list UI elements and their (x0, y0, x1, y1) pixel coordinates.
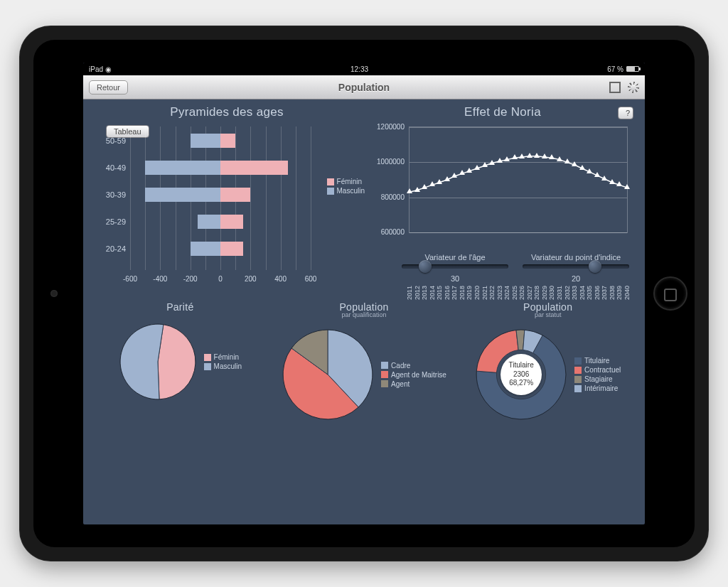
line-xlabel: 2013 (421, 236, 428, 300)
wifi-icon: ◉ (105, 65, 112, 73)
screen: iPad ◉ 12:33 67 % Retour Population Pyra… (83, 63, 645, 524)
noria-plot (409, 126, 628, 233)
gear-icon[interactable] (628, 82, 639, 93)
back-button[interactable]: Retour (89, 80, 128, 95)
line-xlabel: 2023 (496, 236, 503, 300)
status-bar: iPad ◉ 12:33 67 % (83, 63, 645, 75)
line-xlabel: 2028 (533, 236, 540, 300)
pyr-xlabel: -200 (183, 275, 198, 283)
qualif-sub: par qualification (339, 311, 388, 318)
status-clock: 12:33 (350, 65, 368, 73)
pyr-xlabel: 0 (218, 275, 223, 283)
line-xlabel: 2038 (609, 236, 616, 300)
line-xlabel: 2021 (481, 236, 488, 300)
legend-feminin: Féminin (337, 178, 363, 185)
pyr-xlabel: 600 (305, 275, 317, 283)
line-xlabel: 2016 (444, 236, 451, 300)
panel-pyramid: Pyramides des ages Tableau Féminin Mascu… (92, 105, 362, 290)
legend-item: Agent (381, 380, 446, 388)
parite-title: Parité (166, 301, 193, 313)
line-xlabel: 2011 (406, 236, 413, 300)
callout-label: Titulaire (500, 361, 542, 370)
row-pies: Parité Féminin Masculin Population par q… (92, 301, 636, 421)
noria-title: Effet de Noria (369, 105, 636, 119)
pyr-xlabel: 200 (245, 275, 257, 283)
status-right: 67 % (607, 65, 639, 73)
pyr-xlabel: -600 (123, 275, 137, 283)
line-ylabel: 1200000 (369, 123, 405, 131)
line-xlabel: 2014 (429, 236, 436, 300)
legend-m: Masculin (214, 362, 242, 370)
line-xlabel: 2030 (548, 236, 555, 300)
line-xlabel: 2040 (623, 236, 631, 300)
panel-noria: Effet de Noria ? Variateur de l'âge 30 (369, 105, 636, 297)
status-left: iPad ◉ (89, 65, 112, 73)
line-xlabel: 2017 (451, 236, 458, 300)
fullscreen-icon[interactable] (609, 82, 621, 93)
panel-parite: Parité Féminin Masculin (92, 301, 269, 421)
statut-callout: Titulaire 2306 68,27% (500, 354, 542, 395)
panel-statut: Population par statut Titulaire 2306 68,… (459, 301, 636, 421)
pie-qualif (282, 328, 374, 421)
pyr-ylabel: 25-29 (92, 217, 126, 226)
pyr-ylabel: 50-59 (92, 136, 126, 145)
line-xlabel: 2015 (436, 236, 443, 300)
legend-item: Intérimaire (574, 384, 621, 392)
panel-qualif: Population par qualification CadreAgent … (276, 301, 453, 421)
pyr-xlabel: 400 (274, 275, 287, 283)
line-xlabel: 2031 (556, 236, 563, 300)
line-xlabel: 2019 (466, 236, 473, 300)
legend-item: Cadre (381, 362, 446, 370)
pyramid-legend: Féminin Masculin (327, 176, 365, 196)
line-xlabel: 2026 (518, 236, 525, 300)
line-xlabel: 2012 (414, 236, 421, 300)
pyr-xlabel: -400 (153, 275, 167, 283)
pyr-ylabel: 20-24 (92, 244, 126, 253)
line-xlabel: 2025 (511, 236, 518, 300)
battery-icon (626, 66, 639, 72)
legend-f: Féminin (214, 353, 240, 361)
line-xlabel: 2037 (601, 236, 608, 300)
pyramid-plot (130, 126, 311, 270)
line-xlabel: 2020 (473, 236, 481, 300)
callout-count: 2306 (500, 370, 542, 379)
qualif-legend: CadreAgent de MaitriseAgent (381, 360, 446, 389)
legend-masculin: Masculin (337, 187, 365, 195)
ipad-home-button[interactable] (653, 276, 687, 311)
nav-bar: Retour Population (83, 75, 645, 99)
statut-legend: TitulaireContractuelStagiaireIntérimaire (574, 355, 621, 394)
pyr-ylabel: 30-39 (92, 190, 126, 199)
line-xlabel: 2029 (541, 236, 548, 300)
pyramid-title: Pyramides des ages (92, 105, 362, 119)
legend-item: Stagiaire (574, 375, 621, 383)
content: Pyramides des ages Tableau Féminin Mascu… (83, 99, 645, 524)
line-xlabel: 2033 (571, 236, 578, 300)
help-button[interactable]: ? (618, 107, 633, 119)
line-ylabel: 800000 (369, 193, 405, 200)
pyr-ylabel: 40-49 (92, 163, 126, 172)
pie-parite (119, 323, 197, 401)
line-xlabel: 2034 (579, 236, 586, 300)
line-xlabel: 2039 (616, 236, 623, 300)
parite-legend: Féminin Masculin (204, 352, 242, 372)
callout-pct: 68,27% (500, 379, 542, 388)
battery-pct: 67 % (607, 65, 623, 73)
line-xlabel: 2027 (526, 236, 533, 300)
legend-item: Agent de Maitrise (381, 371, 446, 379)
legend-item: Contractuel (574, 366, 621, 374)
line-xlabel: 2036 (594, 236, 601, 300)
ipad-device: iPad ◉ 12:33 67 % Retour Population Pyra… (19, 26, 709, 561)
legend-item: Titulaire (574, 357, 621, 365)
carrier-label: iPad (89, 65, 103, 73)
line-xlabel: 2018 (459, 236, 466, 300)
page-title: Population (83, 82, 645, 93)
line-xlabel: 2032 (564, 236, 571, 300)
line-xlabel: 2035 (586, 236, 593, 300)
line-ylabel: 600000 (369, 228, 405, 236)
line-xlabel: 2024 (503, 236, 510, 300)
line-ylabel: 1000000 (369, 158, 405, 166)
line-xlabel: 2022 (488, 236, 496, 300)
ipad-camera (50, 290, 58, 297)
